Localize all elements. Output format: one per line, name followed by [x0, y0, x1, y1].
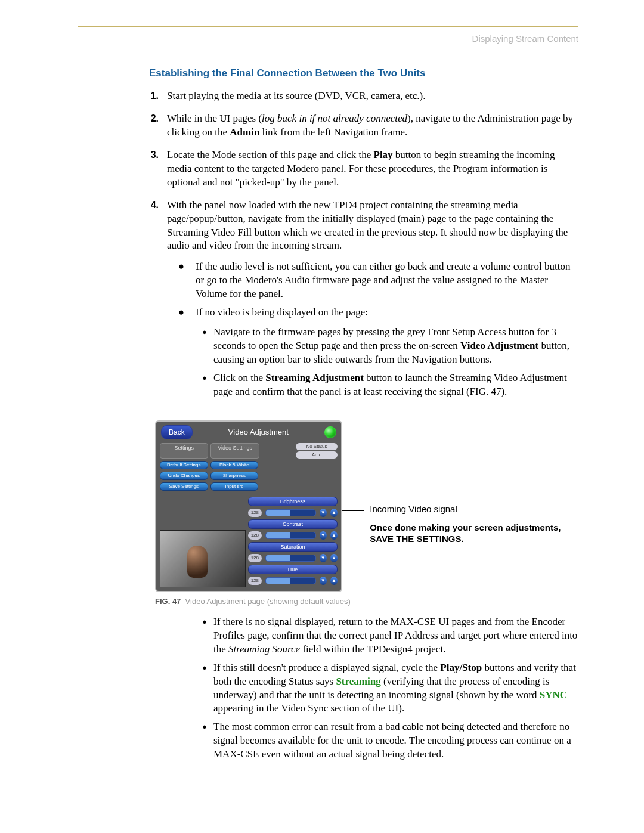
- video-adjustment-panel: Back Video Adjustment Settings Video Set…: [155, 420, 342, 592]
- bullet-item: ● If the audio level is not sufficient, …: [167, 258, 578, 304]
- step-number: 3.: [78, 148, 167, 190]
- figure-caption-text: Video Adjustment page (showing default v…: [185, 597, 351, 606]
- contrast-row: Contrast: [248, 519, 338, 529]
- bullet-icon: ●: [196, 326, 213, 367]
- increment-icon[interactable]: ▲: [330, 509, 338, 517]
- annotation-incoming-signal: Incoming Video signal: [370, 504, 578, 514]
- saturation-row: Saturation: [248, 542, 338, 552]
- panel-column-headers: Settings Video Settings No Status Auto: [156, 443, 341, 461]
- contrast-value: 128: [248, 531, 262, 540]
- step-text: Locate the Mode section of this page and…: [167, 148, 578, 190]
- contrast-slider[interactable]: [265, 532, 316, 539]
- step-number: 4.: [78, 199, 167, 404]
- sharpness-button[interactable]: Sharpness: [210, 472, 259, 480]
- video-settings-header: Video Settings: [210, 443, 259, 459]
- back-button[interactable]: Back: [161, 425, 193, 439]
- bullet-icon: ●: [196, 371, 213, 399]
- nested-bullet-item: ● The most common error can result from …: [196, 718, 578, 764]
- bullet-icon: ●: [196, 615, 213, 657]
- saturation-label: Saturation: [248, 542, 338, 552]
- section-heading: Establishing the Final Connection Betwee…: [78, 67, 578, 79]
- panel-titlebar: Back Video Adjustment: [156, 422, 341, 443]
- saturation-slider[interactable]: [265, 555, 316, 562]
- brightness-slider[interactable]: [265, 509, 316, 516]
- bullet-icon: ●: [167, 306, 196, 401]
- nested-bullet-list: ● Navigate to the firmware pages by pres…: [196, 323, 578, 401]
- hue-row: Hue: [248, 565, 338, 574]
- brightness-label: Brightness: [248, 497, 338, 506]
- status-pill: No Status: [296, 443, 338, 450]
- nested-bullet-item: ● Navigate to the firmware pages by pres…: [196, 323, 578, 369]
- step-1: 1. Start playing the media at its source…: [78, 86, 578, 109]
- hue-value: 128: [248, 577, 262, 585]
- step-text: With the panel now loaded with the new T…: [167, 199, 578, 404]
- panel-title: Video Adjustment: [193, 428, 324, 436]
- bullet-icon: ●: [196, 661, 213, 716]
- undo-changes-button[interactable]: Undo Changes: [160, 472, 208, 480]
- decrement-icon[interactable]: ▼: [320, 577, 327, 585]
- step-3: 3. Locate the Mode section of this page …: [78, 145, 578, 196]
- black-white-button[interactable]: Black & White: [210, 461, 259, 469]
- step-4: 4. With the panel now loaded with the ne…: [78, 196, 578, 410]
- decrement-icon[interactable]: ▼: [320, 509, 327, 517]
- panel-button-grid: Default Settings Undo Changes Save Setti…: [156, 461, 341, 494]
- bullet-icon: ●: [167, 260, 196, 301]
- continued-bullets: ● If there is no signal displayed, retur…: [78, 613, 578, 764]
- figure-caption: FIG. 47 Video Adjustment page (showing d…: [155, 597, 578, 606]
- nested-bullet-item: ● Click on the Streaming Adjustment butt…: [196, 369, 578, 401]
- save-settings-button[interactable]: Save Settings: [160, 482, 208, 491]
- annotation-leader-line: [342, 510, 364, 511]
- sub-bullet-list: ● If the audio level is not sufficient, …: [167, 258, 578, 403]
- bullet-icon: ●: [196, 720, 213, 761]
- header-rule: [78, 26, 578, 27]
- saturation-value: 128: [248, 554, 262, 562]
- brightness-value: 128: [248, 509, 262, 517]
- nested-bullet-item: ● If this still doesn't produce a displa…: [196, 659, 578, 719]
- nested-bullet-item: ● If there is no signal displayed, retur…: [196, 613, 578, 659]
- step-number: 1.: [78, 89, 167, 103]
- annotation-save-reminder: Once done making your screen adjustments…: [370, 522, 578, 545]
- decrement-icon[interactable]: ▼: [320, 554, 327, 562]
- bullet-item: ● If no video is being displayed on the …: [167, 304, 578, 404]
- document-page: Displaying Stream Content Establishing t…: [0, 0, 644, 833]
- step-2: 2. While in the UI pages (log back in if…: [78, 109, 578, 145]
- step-text: While in the UI pages (log back in if no…: [167, 112, 578, 140]
- figure-47: Back Video Adjustment Settings Video Set…: [155, 420, 578, 592]
- auto-pill: Auto: [296, 451, 338, 459]
- contrast-label: Contrast: [248, 519, 338, 529]
- increment-icon[interactable]: ▲: [330, 531, 338, 540]
- increment-icon[interactable]: ▲: [330, 577, 338, 585]
- brightness-row: Brightness: [248, 497, 338, 506]
- step-number: 2.: [78, 112, 167, 140]
- step-text: Start playing the media at its source (D…: [167, 89, 578, 103]
- nested-bullet-list: ● If there is no signal displayed, retur…: [196, 613, 578, 764]
- settings-header: Settings: [160, 443, 208, 459]
- hue-slider[interactable]: [265, 577, 316, 584]
- decrement-icon[interactable]: ▼: [320, 531, 327, 540]
- incoming-video-preview: [160, 530, 246, 587]
- figure-annotations: Incoming Video signal Once done making y…: [364, 420, 578, 545]
- hue-label: Hue: [248, 565, 338, 574]
- default-settings-button[interactable]: Default Settings: [160, 461, 208, 469]
- increment-icon[interactable]: ▲: [330, 554, 338, 562]
- status-led-icon: [324, 426, 336, 438]
- procedure-list: 1. Start playing the media at its source…: [78, 86, 578, 410]
- chapter-title: Displaying Stream Content: [78, 33, 578, 44]
- input-src-button[interactable]: Input src: [210, 482, 259, 491]
- figure-number: FIG. 47: [155, 597, 181, 606]
